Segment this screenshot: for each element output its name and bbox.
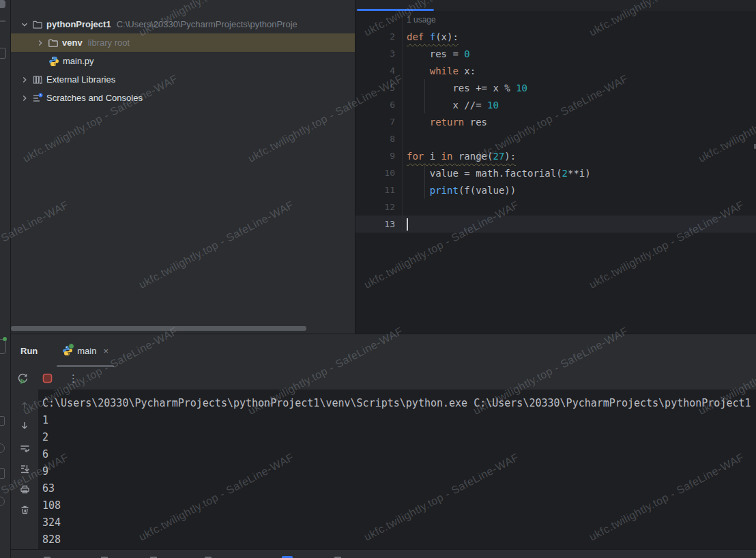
code-line-text: value = math.factorial(2**i) [403,168,591,179]
stripe-divider [0,20,5,22]
tree-item-external-libraries[interactable]: External Libraries [11,70,355,89]
code-line[interactable]: 6 x //= 10 [355,96,756,113]
console-line: 63 [42,480,756,497]
code-token: res [470,117,487,128]
horizontal-scrollbar-thumb[interactable] [11,326,306,331]
line-number: 13 [355,216,403,233]
code-token: res += x % [407,83,516,93]
code-line-text: res = 0 [403,48,470,59]
code-token: in [441,151,459,162]
line-number: 12 [355,199,403,216]
code-line[interactable]: 8 [355,130,756,147]
console-line: 2 [42,428,756,445]
line-number: 5 [355,79,403,96]
code-token: 2 [562,168,568,179]
stripe-run-icon-fragment[interactable] [0,339,6,354]
tree-item-project-root[interactable]: pythonProject1 C:\Users\20330\PycharmPro… [11,15,355,33]
code-token: 27 [493,151,504,162]
stripe-icon-fragment[interactable] [0,48,6,59]
code-area[interactable]: 1 usage2def f(x):3 res = 04 while x:5 re… [355,11,756,233]
gutter-blank [355,11,403,28]
stripe-icon-fragment[interactable] [0,0,5,8]
line-number: 11 [355,181,403,199]
code-line[interactable]: 13 [355,216,756,233]
venv-label: venv [62,38,83,48]
stripe-icon-fragment[interactable] [0,443,5,453]
code-token: res = [407,48,464,59]
chevron-down-icon[interactable] [20,20,29,29]
chevron-right-icon[interactable] [20,75,29,85]
stripe-icon-fragment[interactable] [0,468,5,479]
main-py-label: main.py [63,56,94,66]
tree-item-main-py[interactable]: main.py [11,52,355,70]
chevron-right-icon[interactable] [35,38,45,48]
running-indicator-dot [3,337,7,341]
soft-wrap-icon[interactable] [18,442,31,454]
code-line-text: x //= 10 [403,100,499,111]
tree-item-scratches[interactable]: Scratches and Consoles [11,89,355,107]
rerun-button[interactable] [15,371,30,386]
stripe-icon-fragment[interactable] [0,497,5,506]
clear-console-icon[interactable] [18,503,31,516]
code-token: return [430,117,470,128]
tool-window-stripe [0,0,11,558]
code-token: i [430,151,441,162]
line-number: 8 [355,130,403,147]
down-stacktrace-icon[interactable] [18,420,31,432]
text-caret [407,218,408,231]
code-line-text: return res [403,117,487,128]
project-root-path: C:\Users\20330\PycharmProjects\pythonPro… [117,19,297,29]
run-console: C:\Users\20330\PycharmProjects\pythonPro… [11,390,756,550]
editor-tab-strip [355,0,756,11]
print-icon[interactable] [18,483,31,495]
running-indicator-dot [68,343,74,349]
code-token [407,117,430,128]
line-number: 6 [355,96,403,113]
stripe-icon-fragment[interactable] [0,416,5,426]
line-number: 10 [355,164,403,181]
code-line-text: while x: [403,65,476,76]
run-tool-window: Run main × [11,334,756,550]
python-file-icon [62,345,73,356]
code-token: for [407,151,430,162]
external-libraries-label: External Libraries [46,74,115,85]
code-line-text: res += x % 10 [403,83,527,93]
code-editor[interactable]: 1 usage2def f(x):3 res = 04 while x:5 re… [355,0,756,334]
tree-item-venv[interactable]: venv library root [11,33,355,52]
up-stacktrace-icon[interactable] [18,399,31,411]
code-token: (f(value)) [459,185,516,196]
code-line[interactable]: 10 value = math.factorial(2**i) [355,164,756,181]
code-token: **i) [568,168,591,179]
code-token: 10 [516,83,527,93]
code-token: print [430,185,459,196]
scroll-to-end-icon[interactable] [18,462,31,475]
code-line[interactable]: 12 [355,199,756,216]
console-output[interactable]: C:\Users\20330\PycharmProjects\pythonPro… [38,390,756,550]
code-line[interactable]: 2def f(x): [355,28,756,45]
run-tab-main[interactable]: main × [57,334,114,367]
code-token [407,65,430,76]
more-options-icon[interactable]: ⋮ [68,372,78,385]
code-token: (x): [435,31,459,42]
code-line-inlay: 1 usage [355,11,756,28]
indent-guide [424,164,425,199]
code-line[interactable]: 5 res += x % 10 [355,79,756,96]
line-number: 3 [355,45,403,62]
project-root-name: pythonProject1 [46,19,111,29]
line-number: 9 [355,147,403,164]
python-file-icon [48,56,59,67]
libraries-icon [32,74,43,85]
code-line[interactable]: 11 print(f(value)) [355,181,756,199]
usages-inlay-hint[interactable]: 1 usage [403,15,436,25]
console-line: 324 [42,514,756,531]
code-line[interactable]: 9for i in range(27): [355,147,756,164]
chevron-right-icon[interactable] [20,93,29,103]
code-token: ): [504,151,516,162]
code-line[interactable]: 4 while x: [355,62,756,79]
scratches-icon [32,93,43,104]
console-line: 828 [42,531,756,548]
code-line[interactable]: 7 return res [355,113,756,130]
stop-button[interactable] [40,371,55,386]
code-line[interactable]: 3 res = 0 [355,45,756,62]
close-icon[interactable]: × [103,346,108,356]
